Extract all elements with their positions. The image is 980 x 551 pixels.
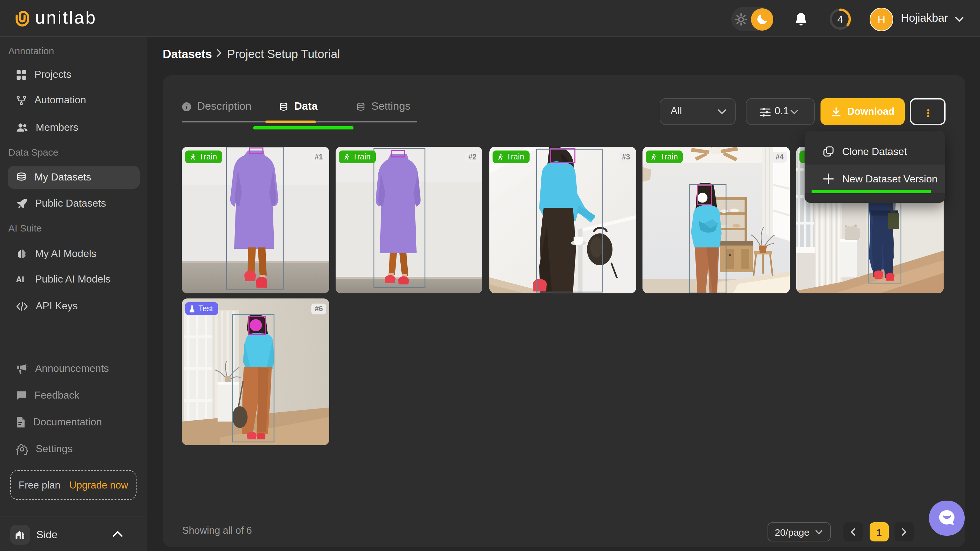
svg-text:AI: AI [16, 275, 24, 284]
svg-text:4: 4 [837, 13, 843, 25]
svg-text:i: i [186, 103, 188, 110]
